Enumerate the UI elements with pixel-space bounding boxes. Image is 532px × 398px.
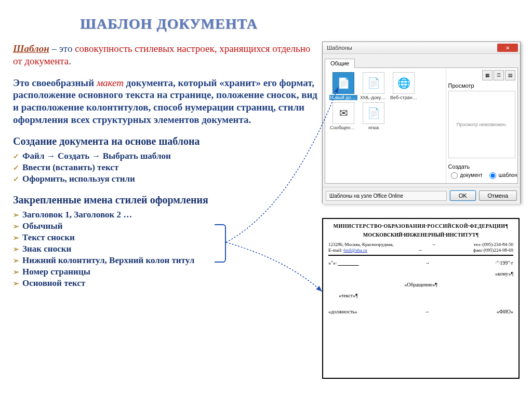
section-title-styles: Закрепленные имена стилей оформления [13, 194, 320, 206]
style-item: Основной текст [13, 278, 320, 289]
radio-template[interactable]: шаблон [487, 171, 517, 179]
template-item-new-doc[interactable]: 📄 Новый документ [329, 72, 357, 100]
radio-template-input[interactable] [489, 172, 496, 179]
office-online-link[interactable]: Шаблоны на узле Office Online [326, 191, 447, 201]
doc-icon: 📄 [363, 72, 384, 94]
view-details-button[interactable]: ▤ [505, 70, 515, 80]
doc-komu: «кому»¶ [328, 271, 513, 277]
definition-period: . [69, 56, 71, 66]
template-item-custom[interactable]: 📄 нгюа [360, 102, 388, 130]
doc-obr: «Обращение»¶ [328, 282, 513, 287]
doc-text-line: «текст»¶ [328, 293, 513, 298]
page-title: ШАБЛОН ДОКУМЕНТА [13, 16, 325, 32]
template-item-web[interactable]: 🌐 Веб-страница [390, 72, 418, 100]
definition-term: Шаблон [13, 43, 49, 54]
doc-fax: факс·(095)224-98-69 [473, 248, 513, 253]
dialog-title: Шаблоны [325, 45, 497, 51]
doc-date-line: «"»· ________ → ·"·199"·г [328, 260, 513, 266]
doc-icon: 📄 [363, 102, 384, 124]
cancel-button[interactable]: Отмена [479, 190, 517, 201]
para2-b: макет [97, 77, 124, 88]
item-label: Веб-страница [390, 95, 418, 100]
step-item: Оформить, используя стили [13, 173, 320, 185]
create-label: Создать [448, 163, 516, 170]
style-item: Текст сноски [13, 232, 320, 243]
create-section: Создать документ шаблон [448, 163, 516, 179]
style-item: Номер страницы [13, 266, 320, 278]
doc-icon: 📄 [332, 72, 354, 94]
radio-document-label: документ [460, 172, 483, 178]
dialog-footer: Шаблоны на узле Office Online OK Отмена [323, 187, 520, 204]
arrow-icon: ________ [338, 260, 359, 266]
doc-ministry: МИНИСТЕРСТВО·ОБРАЗОВАНИЯ·РОССИЙСКОЙ·ФЕДЕ… [328, 223, 513, 229]
style-item: Нижний колонтитул, Верхний колон титул [13, 255, 320, 266]
doc-email-label: E-mail:· [328, 248, 343, 253]
template-item-xml[interactable]: 📄 XML-докум... [360, 72, 388, 100]
definition-paragraph-1: Шаблон – это совокупность стилевых настр… [13, 43, 320, 67]
para2-a: Это своеобразный [13, 77, 97, 88]
templates-dialog: Шаблоны ✕ Общие 📄 Новый документ 📄 XML-д… [322, 42, 521, 203]
arrow-icon: → [360, 260, 496, 266]
doc-institute: МОСКОВСКИЙ·ИНЖЕНЕРНЫЙ·ИНСТИТУТ¶ [328, 232, 513, 238]
view-toolbar: ▦ ☰ ▤ [448, 70, 516, 80]
style-item: Заголовок 1, Заголовок 2 … [13, 209, 320, 221]
doc-bottom-row: «должность» → «ФИО» [328, 309, 513, 314]
preview-label: Просмотр [448, 83, 516, 89]
doc-text: «текст»¶ [339, 293, 358, 298]
tab-bar: Общие [325, 56, 518, 68]
document-preview: МИНИСТЕРСТВО·ОБРАЗОВАНИЯ·РОССИЙСКОЙ·ФЕДЕ… [322, 218, 520, 379]
template-item-email[interactable]: ✉ Сообщение электрон... [329, 102, 357, 130]
item-label: Сообщение электрон... [329, 125, 357, 130]
tab-general[interactable]: Общие [325, 59, 355, 68]
doc-email-link[interactable]: fmil@aha.ru [343, 248, 367, 253]
arrow-icon: → [431, 242, 436, 247]
doc-date-left: «"»· [328, 260, 337, 266]
definition-paragraph-2: Это своеобразный макет документа, которы… [13, 77, 320, 126]
radio-template-label: шаблон [499, 172, 517, 178]
radio-document[interactable]: документ [448, 171, 483, 179]
arrow-icon: → [424, 309, 430, 314]
steps-list: Файл → Создать → Выбрать шаблон Ввести (… [13, 150, 320, 185]
style-item: Обычный [13, 221, 320, 232]
preview-box: Просмотр невозможен. [448, 91, 516, 158]
preview-panel: ▦ ☰ ▤ Просмотр Просмотр невозможен. Созд… [446, 68, 518, 183]
style-item: Знак сноски [13, 243, 320, 255]
doc-contact-row-2: E-mail:·fmil@aha.ru → факс·(095)224-98-6… [328, 248, 513, 253]
web-icon: 🌐 [393, 72, 415, 94]
view-large-icons-button[interactable]: ▦ [482, 70, 493, 80]
doc-address: 123286,·Москва,·Краснопрудная, [328, 242, 394, 247]
definition-intro: – это [49, 43, 75, 54]
doc-date-right: ·"·199"·г [495, 260, 513, 266]
brace-decoration [215, 224, 226, 263]
dialog-titlebar: Шаблоны ✕ [323, 42, 520, 54]
doc-dolzh: «должность» [328, 309, 357, 314]
mail-icon: ✉ [332, 102, 354, 124]
template-items-area: 📄 Новый документ 📄 XML-докум... 🌐 Веб-ст… [325, 68, 446, 183]
arrow-icon: → [418, 248, 422, 253]
ok-button[interactable]: OK [450, 190, 476, 201]
step-item: Ввести (вставить) текст [13, 162, 320, 173]
doc-fio: «ФИО» [497, 309, 513, 314]
styles-list: Заголовок 1, Заголовок 2 … Обычный Текст… [13, 209, 320, 289]
section-title-creation: Создание документа на основе шаблона [13, 135, 320, 147]
item-label: Новый документ [329, 95, 357, 100]
item-label: XML-докум... [360, 95, 388, 100]
view-list-button[interactable]: ☰ [494, 70, 504, 80]
doc-divider [328, 255, 513, 256]
doc-tel: тел:·(095)·234-84-50 [474, 242, 513, 247]
item-label: нгюа [360, 125, 388, 130]
close-button[interactable]: ✕ [497, 44, 518, 52]
doc-contact-row-1: 123286,·Москва,·Краснопрудная, → тел:·(0… [328, 242, 513, 247]
radio-document-input[interactable] [451, 172, 458, 179]
step-item: Файл → Создать → Выбрать шаблон [13, 150, 320, 162]
